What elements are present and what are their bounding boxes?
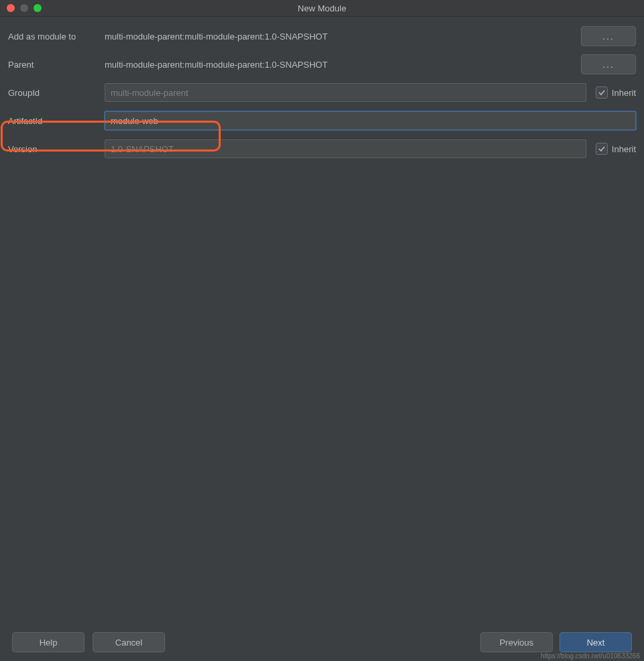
label-groupid: GroupId: [8, 88, 105, 98]
inherit-version-label: Inherit: [612, 144, 636, 154]
browse-add-as-module-to-button[interactable]: ...: [581, 26, 636, 46]
cancel-button[interactable]: Cancel: [93, 632, 165, 652]
version-input[interactable]: [105, 139, 586, 158]
window-title: New Module: [0, 3, 644, 13]
label-artifactid: ArtifactId: [8, 116, 105, 126]
label-version: Version: [8, 144, 105, 154]
browse-parent-button[interactable]: ...: [581, 54, 636, 74]
titlebar: New Module: [0, 0, 644, 17]
previous-button[interactable]: Previous: [480, 632, 553, 652]
dialog-content: Add as module to multi-module-parent:mul…: [0, 17, 644, 623]
row-groupid: GroupId Inherit: [8, 82, 636, 103]
help-button[interactable]: Help: [12, 632, 85, 652]
row-version: Version Inherit: [8, 139, 636, 159]
inherit-version-checkbox[interactable]: Inherit: [596, 143, 636, 155]
next-button[interactable]: Next: [559, 632, 632, 652]
row-parent: Parent multi-module-parent:multi-module-…: [8, 54, 636, 74]
inherit-groupid-checkbox[interactable]: Inherit: [596, 86, 636, 99]
value-add-as-module-to: multi-module-parent:multi-module-parent:…: [105, 32, 573, 42]
row-artifactid: ArtifactId: [8, 111, 636, 131]
artifactid-input[interactable]: [105, 111, 636, 130]
row-add-as-module-to: Add as module to multi-module-parent:mul…: [8, 26, 636, 46]
checkmark-icon: [596, 143, 608, 155]
groupid-input[interactable]: [105, 83, 586, 102]
label-add-as-module-to: Add as module to: [8, 32, 105, 42]
label-parent: Parent: [8, 60, 105, 70]
inherit-groupid-label: Inherit: [612, 88, 636, 98]
checkmark-icon: [596, 86, 608, 99]
watermark-text: https://blog.csdn.net/u010633266: [541, 652, 640, 660]
value-parent: multi-module-parent:multi-module-parent:…: [105, 60, 573, 70]
